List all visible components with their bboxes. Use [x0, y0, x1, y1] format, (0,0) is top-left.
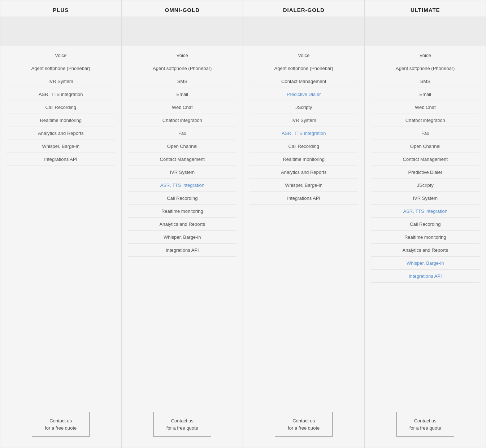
pricing-table: PLUSVoiceAgent softphone (Phonebar)IVR S…: [0, 0, 486, 448]
contact-btn-ultimate[interactable]: Contact usfor a free quote: [396, 412, 454, 437]
contact-btn-dialer-gold[interactable]: Contact usfor a free quote: [275, 412, 333, 437]
feature-item: SMS: [128, 75, 237, 88]
feature-item: Voice: [6, 49, 115, 62]
feature-item: Realtime monitoring: [6, 114, 115, 127]
feature-item: Agent softphone (Phonebar): [6, 62, 115, 75]
feature-item: Predictive Dialer: [249, 88, 358, 101]
feature-item: Email: [128, 88, 237, 101]
feature-item: Voice: [249, 49, 358, 62]
plan-title-plus: PLUS: [0, 0, 121, 17]
feature-item: IVR System: [128, 166, 237, 179]
feature-item: ASR, TTS integration: [371, 205, 480, 218]
feature-item: Whisper, Barge-in: [371, 257, 480, 270]
feature-item: JScripty: [371, 179, 480, 192]
feature-item: Realtime monitoring: [128, 205, 237, 218]
feature-item: Realtime monitoring: [249, 153, 358, 166]
feature-item: Web Chat: [128, 101, 237, 114]
feature-item: ASR, TTS integration: [128, 179, 237, 192]
feature-item: Analytics and Reports: [371, 244, 480, 257]
plan-col-plus: PLUSVoiceAgent softphone (Phonebar)IVR S…: [0, 0, 122, 448]
feature-item: Whisper, Barge-in: [249, 179, 358, 192]
feature-item: Realtime monitoring: [371, 231, 480, 244]
feature-item: Agent softphone (Phonebar): [371, 62, 480, 75]
feature-item: ASR, TTS integration: [249, 127, 358, 140]
feature-item: ASR, TTS integration: [6, 88, 115, 101]
feature-item: Predictive Dialer: [371, 166, 480, 179]
feature-item: JScripty: [249, 101, 358, 114]
feature-item: Analytics and Reports: [249, 166, 358, 179]
feature-item: Voice: [128, 49, 237, 62]
contact-btn-plus[interactable]: Contact usfor a free quote: [32, 412, 90, 437]
features-list-plus: VoiceAgent softphone (Phonebar)IVR Syste…: [6, 49, 115, 166]
feature-item: Integrations API: [371, 270, 480, 283]
contact-btn-omni-gold[interactable]: Contact usfor a free quote: [153, 412, 211, 437]
feature-item: Call Recording: [249, 140, 358, 153]
feature-item: Analytics and Reports: [6, 127, 115, 140]
feature-item: Open Channel: [128, 140, 237, 153]
plan-title-ultimate: ULTIMATE: [365, 0, 486, 17]
feature-item: Whisper, Barge-in: [6, 140, 115, 153]
plan-col-ultimate: ULTIMATEVoiceAgent softphone (Phonebar)S…: [365, 0, 486, 448]
feature-item: Integrations API: [128, 244, 237, 257]
feature-item: Voice: [371, 49, 480, 62]
plan-price-area-ultimate: [365, 17, 486, 45]
feature-item: Web Chat: [371, 101, 480, 114]
plan-price-area-dialer-gold: [243, 17, 364, 45]
feature-item: Open Channel: [371, 140, 480, 153]
feature-item: Email: [371, 88, 480, 101]
plan-price-area-plus: [0, 17, 121, 45]
plan-col-dialer-gold: DIALER-GOLDVoiceAgent softphone (Phoneba…: [243, 0, 365, 448]
feature-item: Agent softphone (Phonebar): [249, 62, 358, 75]
feature-item: IVR System: [371, 192, 480, 205]
plan-title-omni-gold: OMNI-GOLD: [122, 0, 243, 17]
plan-col-omni-gold: OMNI-GOLDVoiceAgent softphone (Phonebar)…: [122, 0, 243, 448]
plan-price-area-omni-gold: [122, 17, 243, 45]
feature-item: Contact Management: [128, 153, 237, 166]
feature-item: Fax: [128, 127, 237, 140]
feature-item: Fax: [371, 127, 480, 140]
feature-item: SMS: [371, 75, 480, 88]
feature-item: Call Recording: [128, 192, 237, 205]
feature-item: Whisper, Barge-in: [128, 231, 237, 244]
plan-title-dialer-gold: DIALER-GOLD: [243, 0, 364, 17]
feature-item: IVR System: [6, 75, 115, 88]
feature-item: Contact Management: [249, 75, 358, 88]
feature-item: Contact Management: [371, 153, 480, 166]
feature-item: Call Recording: [371, 218, 480, 231]
feature-item: IVR System: [249, 114, 358, 127]
feature-item: Integrations API: [249, 192, 358, 205]
feature-item: Analytics and Reports: [128, 218, 237, 231]
features-list-omni-gold: VoiceAgent softphone (Phonebar)SMSEmailW…: [128, 49, 237, 257]
feature-item: Call Recording: [6, 101, 115, 114]
features-list-dialer-gold: VoiceAgent softphone (Phonebar)Contact M…: [249, 49, 358, 205]
feature-item: Agent softphone (Phonebar): [128, 62, 237, 75]
features-list-ultimate: VoiceAgent softphone (Phonebar)SMSEmailW…: [371, 49, 480, 283]
feature-item: Chatbot integration: [128, 114, 237, 127]
feature-item: Integrations API: [6, 153, 115, 166]
feature-item: Chatbot integration: [371, 114, 480, 127]
